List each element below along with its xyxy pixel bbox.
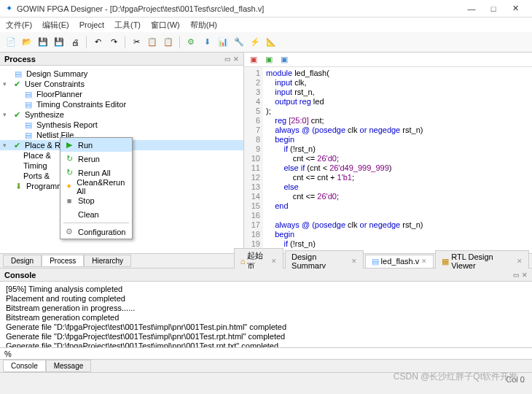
process-header: Process ▭ ✕: [0, 53, 243, 66]
ctx-run[interactable]: ▶Run: [60, 138, 132, 152]
stop-icon: ■: [63, 196, 75, 205]
editor-toolbar: ▣ ▣ ▣: [244, 53, 532, 67]
contab-message[interactable]: Message: [46, 360, 92, 372]
doc-icon: ▤: [23, 99, 34, 109]
console-output[interactable]: [95%] Timing analysis completed Placemen…: [0, 282, 532, 347]
pnr-icon[interactable]: ⬇: [200, 36, 214, 49]
doc-icon: ▤: [13, 69, 23, 79]
menu-window[interactable]: 窗口(W): [151, 20, 180, 31]
home-icon: ⌂: [240, 257, 246, 266]
ctx-stop[interactable]: ■Stop: [60, 193, 132, 207]
download-icon: ⬇: [13, 181, 23, 191]
line-gutter: 1234567891011121314151617181920212223242…: [244, 67, 263, 253]
menu-help[interactable]: 帮助(H): [190, 20, 217, 31]
code-editor[interactable]: 1234567891011121314151617181920212223242…: [244, 67, 532, 253]
tree-floorplanner[interactable]: ▤FloorPlanner: [0, 89, 243, 99]
tree-synthesis-report[interactable]: ▤Synthesis Report: [0, 120, 243, 130]
paste-icon[interactable]: 📋: [162, 36, 175, 49]
new-icon[interactable]: 📄: [4, 36, 17, 49]
window-title: GOWIN FPGA Designer - [D:\fpgaProject\te…: [17, 4, 461, 13]
undo-icon[interactable]: ↶: [91, 36, 104, 49]
file-icon: ▤: [372, 257, 379, 266]
console-prompt[interactable]: %: [0, 347, 532, 359]
print-icon[interactable]: 🖨: [69, 36, 82, 49]
ed-icon2[interactable]: ▣: [262, 53, 275, 66]
btab-hierarchy[interactable]: Hierarchy: [84, 255, 131, 267]
app-logo-icon: ✦: [6, 4, 12, 13]
maximize-button[interactable]: □: [482, 4, 504, 13]
ed-icon1[interactable]: ▣: [247, 53, 260, 66]
process-tree: ▤Design Summary ▾✔User Constraints ▤Floo…: [0, 66, 243, 253]
tree-synthesize[interactable]: ▾✔Synthesize: [0, 109, 243, 120]
console-controls[interactable]: ▭ ✕: [513, 271, 528, 279]
pane-controls[interactable]: ▭ ✕: [224, 55, 239, 63]
watermark: CSDN @长沙红胖子Qt软件开发: [394, 371, 517, 383]
refresh-icon: ↻: [63, 154, 75, 163]
copy-icon[interactable]: 📋: [146, 36, 159, 49]
redo-icon[interactable]: ↷: [107, 36, 120, 49]
tool-icon[interactable]: 📊: [216, 36, 230, 49]
check-icon: ✔: [12, 79, 22, 89]
refresh-all-icon: ↻: [63, 168, 75, 177]
menu-project[interactable]: Project: [79, 20, 104, 29]
menu-file[interactable]: 文件(F): [6, 20, 32, 31]
titlebar: ✦ GOWIN FPGA Designer - [D:\fpgaProject\…: [0, 0, 532, 18]
tab-led-flash[interactable]: ▤led_flash.v✕: [365, 255, 434, 268]
minimize-button[interactable]: —: [461, 4, 482, 13]
check-icon: ✔: [12, 109, 22, 120]
editor-panel: ▣ ▣ ▣ 1234567891011121314151617181920212…: [244, 53, 532, 253]
ed-icon3[interactable]: ▣: [278, 53, 291, 66]
tool3-icon[interactable]: 📐: [265, 36, 278, 49]
console-panel: Console ▭ ✕ [95%] Timing analysis comple…: [0, 268, 532, 359]
rtl-icon: ▦: [442, 257, 449, 266]
console-header: Console ▭ ✕: [0, 269, 532, 282]
check-icon: ✔: [12, 140, 22, 150]
doc-icon: ▤: [23, 120, 34, 130]
tree-timing-constraints[interactable]: ▤Timing Constraints Editor: [0, 99, 243, 109]
tree-user-constraints[interactable]: ▾✔User Constraints: [0, 79, 243, 89]
save-icon[interactable]: 💾: [36, 36, 50, 49]
ctx-rerun[interactable]: ↻Rerun: [60, 152, 132, 166]
doc-icon: ▤: [23, 89, 34, 99]
open-icon[interactable]: 📂: [20, 36, 34, 49]
menu-edit[interactable]: 编辑(E): [42, 20, 69, 31]
cut-icon[interactable]: ✂: [130, 36, 143, 49]
tab-strip: Design Process Hierarchy ⌂起始页✕ Design Su…: [0, 253, 532, 268]
close-button[interactable]: ✕: [504, 4, 526, 13]
ctx-clean-rerun-all[interactable]: ✦Clean&Rerun All: [60, 179, 132, 193]
btab-design[interactable]: Design: [3, 255, 42, 267]
synth-icon[interactable]: ⚙: [184, 36, 197, 49]
saveall-icon[interactable]: 💾: [52, 36, 66, 49]
ctx-clean[interactable]: Clean: [60, 207, 132, 221]
ctx-configuration[interactable]: ⚙Configuration: [60, 225, 132, 239]
prog-icon[interactable]: 🔧: [232, 36, 246, 49]
clean-icon: ✦: [63, 182, 74, 191]
play-icon: ▶: [63, 140, 75, 150]
doc-icon: ▤: [23, 130, 34, 140]
contab-console[interactable]: Console: [3, 360, 46, 372]
toolbar: 📄 📂 💾 💾 🖨 ↶ ↷ ✂ 📋 📋 ⚙ ⬇ 📊 🔧 ⚡ 📐: [0, 32, 532, 53]
tool2-icon[interactable]: ⚡: [249, 36, 262, 49]
context-menu: ▶Run ↻Rerun ↻Rerun All ✦Clean&Rerun All …: [60, 137, 133, 239]
menu-tools[interactable]: 工具(T): [114, 20, 141, 31]
process-panel: Process ▭ ✕ ▤Design Summary ▾✔User Const…: [0, 53, 244, 253]
tree-design-summary[interactable]: ▤Design Summary: [0, 69, 243, 79]
gear-icon: ⚙: [63, 227, 75, 236]
btab-process[interactable]: Process: [42, 255, 84, 267]
code-body[interactable]: module led_flash( input clk, input rst_n…: [263, 67, 532, 253]
menubar: 文件(F) 编辑(E) Project 工具(T) 窗口(W) 帮助(H): [0, 18, 532, 32]
